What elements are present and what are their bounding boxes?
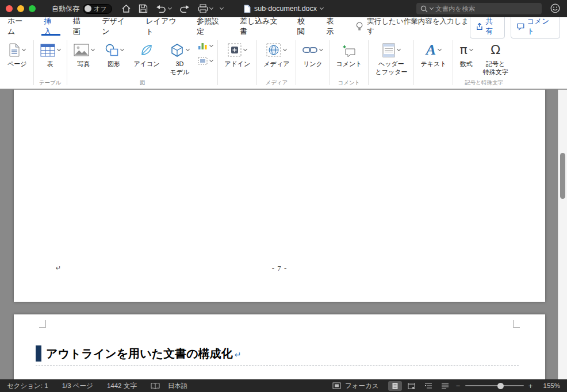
status-char-count[interactable]: 1442 文字 [107, 382, 137, 390]
document-heading-row[interactable]: アウトラインを用いた文書の構成化 ↵ [36, 345, 241, 362]
new-comment-icon [342, 43, 356, 57]
chevron-down-icon [90, 47, 94, 51]
search-box[interactable] [416, 3, 542, 14]
equation-button[interactable]: π 数式 [454, 36, 477, 68]
table-button[interactable]: 表 [35, 36, 66, 68]
focus-mode-button[interactable]: フォーカス [332, 382, 379, 390]
save-button[interactable] [139, 4, 148, 13]
tab-references[interactable]: 参照設定 [189, 17, 232, 36]
print-layout-view-button[interactable] [388, 381, 402, 391]
icons-icon [140, 44, 153, 56]
pages-button[interactable]: ページ [2, 36, 32, 68]
links-button[interactable]: リンク [297, 36, 328, 68]
home-icon [121, 4, 131, 13]
chevron-down-icon [430, 6, 434, 10]
chevron-down-icon [120, 47, 124, 51]
zoom-out-button[interactable]: − [455, 382, 462, 390]
proofing-book-icon [151, 382, 160, 390]
comments-button[interactable]: コメント [511, 14, 560, 39]
document-heading-text[interactable]: アウトラインを用いた文書の構成化 [46, 346, 233, 362]
chart-button[interactable] [198, 41, 213, 50]
focus-icon [332, 382, 341, 389]
new-comment-button[interactable]: コメント [331, 36, 367, 68]
redo-icon [179, 4, 190, 13]
status-language[interactable]: 日本語 [168, 382, 188, 390]
tell-me-box[interactable]: 実行したい作業内容を入力します [356, 17, 469, 36]
omega-icon: Ω [491, 44, 500, 56]
autosave-toggle[interactable]: オフ [83, 4, 112, 14]
document-page-8[interactable]: アウトラインを用いた文書の構成化 ↵ [14, 314, 545, 379]
pictures-icon [74, 44, 89, 56]
margin-crop-mark-left [39, 320, 46, 328]
autosave-control: 自動保存 オフ [52, 4, 112, 14]
ribbon-group-text: A テキスト [415, 36, 451, 89]
group-separator [413, 40, 414, 85]
chevron-down-icon [438, 47, 442, 51]
chevron-down-icon [320, 6, 324, 10]
media-button[interactable]: メディア [258, 36, 294, 68]
header-footer-button[interactable]: ヘッダーとフッター [370, 36, 412, 76]
screenshot-button[interactable] [198, 57, 213, 65]
illustrations-small-buttons [194, 36, 216, 65]
addins-button[interactable]: アドイン [219, 36, 255, 68]
comments-label: コメント [527, 17, 554, 36]
tab-home[interactable]: ホーム [0, 17, 36, 36]
ribbon-group-table: 表 テーブル [35, 36, 66, 89]
group-label-illustrations: 図 [140, 79, 145, 89]
document-title-group[interactable]: sub-document.docx [244, 0, 323, 17]
draft-view-button[interactable] [438, 381, 452, 391]
chevron-down-icon [56, 47, 60, 51]
tab-review[interactable]: 校閲 [290, 17, 319, 36]
symbol-button[interactable]: Ω 記号と特殊文字 [478, 36, 514, 76]
web-layout-icon [408, 382, 415, 390]
tab-draw[interactable]: 描画 [66, 17, 94, 36]
home-button[interactable] [121, 4, 131, 13]
pictures-button[interactable]: 写真 [68, 36, 99, 68]
share-button[interactable]: 共有 [470, 14, 505, 39]
page-footer: ↵ - 7 - [14, 264, 545, 273]
chevron-down-icon [186, 47, 190, 51]
zoom-in-button[interactable]: + [527, 382, 534, 390]
document-canvas[interactable]: ↵ - 7 - アウトラインを用いた文書の構成化 ↵ [0, 90, 567, 379]
text-button[interactable]: A テキスト [415, 36, 451, 68]
minimize-window-button[interactable] [17, 5, 24, 12]
paragraph-return-mark: ↵ [235, 350, 242, 359]
zoom-window-button[interactable] [29, 5, 36, 12]
status-page-count[interactable]: 1/3 ページ [62, 382, 93, 390]
close-window-button[interactable] [6, 5, 13, 12]
3d-models-button[interactable]: 3Dモデル [165, 36, 195, 76]
web-layout-view-button[interactable] [405, 381, 419, 391]
ribbon-group-symbols: π 数式 Ω 記号と特殊文字 記号と特殊文字 [454, 36, 513, 89]
zoom-slider-thumb[interactable] [497, 383, 504, 389]
status-section[interactable]: セクション: 1 [7, 382, 48, 390]
feedback-smiley-button[interactable] [550, 3, 560, 15]
shapes-button[interactable]: 図形 [99, 36, 129, 68]
tab-insert[interactable]: 挿入 [36, 17, 65, 36]
paragraph-mark: ↵ [56, 264, 61, 272]
chevron-down-icon [209, 43, 213, 47]
print-button[interactable] [198, 4, 213, 13]
lightbulb-icon [356, 21, 363, 32]
document-page-7[interactable]: ↵ - 7 - [14, 90, 545, 302]
proofing-status-button[interactable] [151, 382, 160, 390]
redo-button[interactable] [179, 4, 190, 13]
tab-design[interactable]: デザイン [94, 17, 138, 36]
tab-layout[interactable]: レイアウト [138, 17, 189, 36]
share-label: 共有 [485, 17, 499, 36]
icons-button[interactable]: アイコン [129, 36, 165, 68]
section-dashed-boundary [36, 366, 519, 366]
tab-view[interactable]: 表示 [319, 17, 348, 36]
chevron-down-icon [243, 47, 247, 51]
print-layout-icon [392, 382, 399, 390]
search-input[interactable] [435, 5, 522, 12]
zoom-slider[interactable] [465, 385, 524, 386]
undo-button[interactable] [155, 4, 171, 13]
customize-toolbar-button[interactable] [220, 8, 223, 9]
vertical-scrollbar[interactable] [558, 90, 567, 379]
zoom-percentage[interactable]: 155% [543, 382, 560, 389]
chevron-down-icon [167, 6, 171, 10]
scrollbar-thumb[interactable] [560, 153, 565, 199]
save-icon [139, 4, 148, 13]
outline-view-button[interactable] [422, 381, 435, 391]
tab-mailings[interactable]: 差し込み文書 [232, 17, 290, 36]
